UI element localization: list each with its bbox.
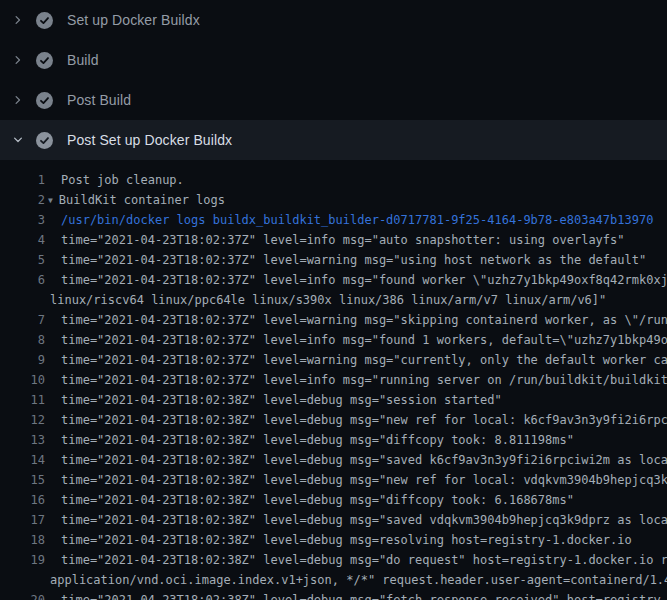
check-circle-icon: [36, 132, 53, 149]
log-line-text: ▼time="2021-04-23T18:02:38Z" level=debug…: [61, 390, 502, 410]
log-line-number[interactable]: 5: [0, 250, 45, 270]
check-circle-icon: [36, 12, 53, 29]
log-line-text: ▼time="2021-04-23T18:02:37Z" level=info …: [61, 370, 667, 390]
log-line-number[interactable]: 16: [0, 490, 45, 510]
log-line-number[interactable]: 18: [0, 530, 45, 550]
log-row: 14 ▼time="2021-04-23T18:02:38Z" level=de…: [0, 450, 667, 470]
log-line-text: ▼time="2021-04-23T18:02:37Z" level=warni…: [61, 310, 667, 330]
step-row-post-set-up-docker-buildx[interactable]: Post Set up Docker Buildx: [0, 120, 667, 160]
log-line-number[interactable]: 4: [0, 230, 45, 250]
step-label: Post Set up Docker Buildx: [67, 132, 232, 148]
log-line-text: ▼time="2021-04-23T18:02:37Z" level=info …: [61, 270, 667, 290]
step-row-build[interactable]: Build: [0, 40, 667, 80]
log-row: ▼application/vnd.oci.image.index.v1+json…: [0, 570, 667, 590]
log-line-number[interactable]: 7: [0, 310, 45, 330]
log-line-number[interactable]: [0, 570, 45, 590]
log-row: 1 ▼Post job cleanup.: [0, 170, 667, 190]
log-line-text: ▼time="2021-04-23T18:02:38Z" level=debug…: [61, 470, 667, 490]
log-line-number[interactable]: 17: [0, 510, 45, 530]
log-row: 15 ▼time="2021-04-23T18:02:38Z" level=de…: [0, 470, 667, 490]
check-circle-icon: [36, 92, 53, 109]
chevron-right-icon: [12, 94, 24, 106]
step-label: Set up Docker Buildx: [67, 12, 200, 28]
log-row: 3 ▼/usr/bin/docker logs buildx_buildkit_…: [0, 210, 667, 230]
log-line-number[interactable]: 19: [0, 550, 45, 570]
log-line-number[interactable]: 12: [0, 410, 45, 430]
log-line-number[interactable]: 15: [0, 470, 45, 490]
log-line-text: ▼time="2021-04-23T18:02:38Z" level=debug…: [61, 490, 574, 510]
chevron-down-icon: [12, 134, 24, 146]
log-line-number[interactable]: 20: [0, 590, 45, 600]
log-row: 8 ▼time="2021-04-23T18:02:37Z" level=inf…: [0, 330, 667, 350]
log-row: 16 ▼time="2021-04-23T18:02:38Z" level=de…: [0, 490, 667, 510]
log-row: 19 ▼time="2021-04-23T18:02:38Z" level=de…: [0, 550, 667, 570]
group-toggle-triangle-icon[interactable]: ▼: [48, 196, 53, 205]
log-row: 6 ▼time="2021-04-23T18:02:37Z" level=inf…: [0, 270, 667, 290]
check-circle-icon: [36, 52, 53, 69]
log-line-text: ▼time="2021-04-23T18:02:37Z" level=info …: [61, 230, 625, 250]
log-row: 17 ▼time="2021-04-23T18:02:38Z" level=de…: [0, 510, 667, 530]
log-row: 9 ▼time="2021-04-23T18:02:37Z" level=war…: [0, 350, 667, 370]
log-line-number[interactable]: 1: [0, 170, 45, 190]
log-line-number[interactable]: 2: [0, 190, 45, 210]
step-row-post-build[interactable]: Post Build: [0, 80, 667, 120]
log-line-text: ▼time="2021-04-23T18:02:38Z" level=debug…: [61, 590, 667, 600]
chevron-right-icon: [12, 14, 24, 26]
chevron-right-icon: [12, 54, 24, 66]
log-line-text: ▼linux/riscv64 linux/ppc64le linux/s390x…: [50, 290, 606, 310]
workflow-log-viewer: Set up Docker Buildx Build Post Build Po…: [0, 0, 667, 600]
log-line-text: ▼time="2021-04-23T18:02:37Z" level=info …: [61, 330, 667, 350]
step-label: Post Build: [67, 92, 131, 108]
log-line-number[interactable]: 14: [0, 450, 45, 470]
log-line-text: ▼time="2021-04-23T18:02:38Z" level=debug…: [61, 450, 667, 470]
step-label: Build: [67, 52, 99, 68]
log-row: 2 ▼BuildKit container logs: [0, 190, 667, 210]
log-row: 7 ▼time="2021-04-23T18:02:37Z" level=war…: [0, 310, 667, 330]
log-line-text: ▼time="2021-04-23T18:02:38Z" level=debug…: [61, 530, 632, 550]
log-line-number[interactable]: 10: [0, 370, 45, 390]
log-line-text: ▼time="2021-04-23T18:02:37Z" level=warni…: [61, 350, 667, 370]
log-line-number[interactable]: 6: [0, 270, 45, 290]
log-panel: 1 ▼Post job cleanup. 2 ▼BuildKit contain…: [0, 160, 667, 600]
log-line-text: ▼time="2021-04-23T18:02:38Z" level=debug…: [61, 550, 667, 570]
log-line-text: ▼Post job cleanup.: [61, 170, 184, 190]
log-line-number[interactable]: 9: [0, 350, 45, 370]
log-line-text: ▼time="2021-04-23T18:02:38Z" level=debug…: [61, 430, 574, 450]
log-line-text: ▼/usr/bin/docker logs buildx_buildkit_bu…: [61, 210, 653, 230]
log-row: 4 ▼time="2021-04-23T18:02:37Z" level=inf…: [0, 230, 667, 250]
log-line-text: ▼time="2021-04-23T18:02:37Z" level=warni…: [61, 250, 646, 270]
log-line-number[interactable]: [0, 290, 45, 310]
log-row: 13 ▼time="2021-04-23T18:02:38Z" level=de…: [0, 430, 667, 450]
log-line-text: ▼time="2021-04-23T18:02:38Z" level=debug…: [61, 410, 667, 430]
log-line-number[interactable]: 13: [0, 430, 45, 450]
log-line-text: ▼application/vnd.oci.image.index.v1+json…: [50, 570, 667, 590]
log-row: 12 ▼time="2021-04-23T18:02:38Z" level=de…: [0, 410, 667, 430]
log-line-number[interactable]: 11: [0, 390, 45, 410]
log-line-number[interactable]: 8: [0, 330, 45, 350]
log-line-text: ▼BuildKit container logs: [48, 190, 225, 210]
log-row: 20 ▼time="2021-04-23T18:02:38Z" level=de…: [0, 590, 667, 600]
log-row: 5 ▼time="2021-04-23T18:02:37Z" level=war…: [0, 250, 667, 270]
log-row: 11 ▼time="2021-04-23T18:02:38Z" level=de…: [0, 390, 667, 410]
log-line-text: ▼time="2021-04-23T18:02:38Z" level=debug…: [61, 510, 667, 530]
log-row: 18 ▼time="2021-04-23T18:02:38Z" level=de…: [0, 530, 667, 550]
log-row: ▼linux/riscv64 linux/ppc64le linux/s390x…: [0, 290, 667, 310]
log-line-number[interactable]: 3: [0, 210, 45, 230]
log-row: 10 ▼time="2021-04-23T18:02:37Z" level=in…: [0, 370, 667, 390]
step-row-set-up-docker-buildx[interactable]: Set up Docker Buildx: [0, 0, 667, 40]
